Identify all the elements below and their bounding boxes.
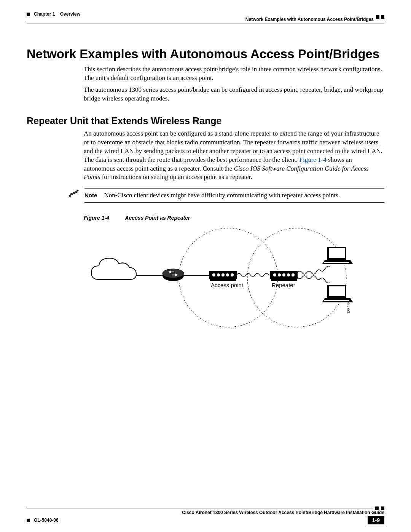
page-number: 1-9 xyxy=(368,516,384,524)
svg-point-16 xyxy=(231,273,234,276)
figure-title: Access Point as Repeater xyxy=(125,215,190,221)
header-left: Chapter 1 Overview xyxy=(27,11,80,17)
repeater-text-c: for instructions on setting up an access… xyxy=(102,173,252,181)
intro-body: This section describes the autonomous ac… xyxy=(84,65,384,103)
square-bullet-icon xyxy=(27,519,30,522)
page: Chapter 1 Overview Network Examples with… xyxy=(0,0,411,532)
note-body: Note Non-Cisco client devices might have… xyxy=(84,189,384,203)
running-header: Chapter 1 Overview Network Examples with… xyxy=(27,11,384,22)
figure-caption: Figure 1-4 Access Point as Repeater xyxy=(84,215,384,221)
svg-point-13 xyxy=(217,273,220,276)
figure-reference-link[interactable]: Figure 1-4 xyxy=(299,156,326,163)
svg-rect-25 xyxy=(329,248,345,258)
svg-rect-11 xyxy=(210,279,236,281)
laptop-bottom-icon xyxy=(322,285,353,302)
intro-paragraph-2: The autonomous 1300 series access point/… xyxy=(84,86,384,103)
svg-point-21 xyxy=(282,273,285,276)
pencil-icon xyxy=(68,189,79,199)
page-title: Network Examples with Autonomous Access … xyxy=(27,47,384,61)
square-bullet-icon xyxy=(27,13,30,16)
section-heading: Repeater Unit that Extends Wireless Rang… xyxy=(27,115,384,126)
repeater-body: An autonomous access point can be config… xyxy=(84,129,384,182)
note-block: Note Non-Cisco client devices might have… xyxy=(68,189,384,203)
figure-diagram: Access point Repeater xyxy=(84,226,384,334)
svg-point-14 xyxy=(221,273,225,276)
access-point-label: Access point xyxy=(211,282,244,288)
router-icon xyxy=(162,269,184,281)
chapter-label: Chapter 1 xyxy=(34,11,55,17)
svg-point-15 xyxy=(226,273,229,276)
header-decor-icon xyxy=(376,15,384,19)
square-bullet-icon xyxy=(375,506,379,510)
header-right: Network Examples with Autonomous Access … xyxy=(245,11,384,22)
svg-rect-29 xyxy=(329,286,345,296)
svg-point-20 xyxy=(278,273,281,276)
svg-point-12 xyxy=(212,273,215,276)
repeater-label: Repeater xyxy=(272,282,295,288)
section-title: Network Examples with Autonomous Access … xyxy=(245,17,374,22)
cloud-icon xyxy=(91,258,136,280)
svg-point-22 xyxy=(287,273,290,276)
page-footer: Cisco Aironet 1300 Series Wireless Outdo… xyxy=(27,506,384,524)
svg-rect-31 xyxy=(324,300,349,301)
note-label: Note xyxy=(84,192,97,198)
header-rule xyxy=(27,24,384,24)
square-bullet-icon xyxy=(381,506,384,510)
figure-image-id: 135444 xyxy=(347,301,351,314)
access-point-icon xyxy=(209,271,237,281)
footer-doc-number: OL-5048-06 xyxy=(34,518,59,523)
repeater-icon xyxy=(270,271,298,281)
repeater-paragraph: An autonomous access point can be config… xyxy=(84,129,384,182)
laptop-top-icon xyxy=(322,247,353,264)
figure-number: Figure 1-4 xyxy=(84,215,109,221)
svg-point-19 xyxy=(273,273,276,276)
svg-rect-18 xyxy=(271,279,297,281)
footer-doc-title: Cisco Aironet 1300 Series Wireless Outdo… xyxy=(27,510,384,515)
note-text: Non-Cisco client devices might have diff… xyxy=(104,192,340,199)
chapter-title: Overview xyxy=(60,11,80,17)
svg-point-23 xyxy=(292,273,295,276)
svg-rect-27 xyxy=(324,262,349,263)
intro-paragraph-1: This section describes the autonomous ac… xyxy=(84,65,384,83)
svg-point-8 xyxy=(162,269,184,278)
